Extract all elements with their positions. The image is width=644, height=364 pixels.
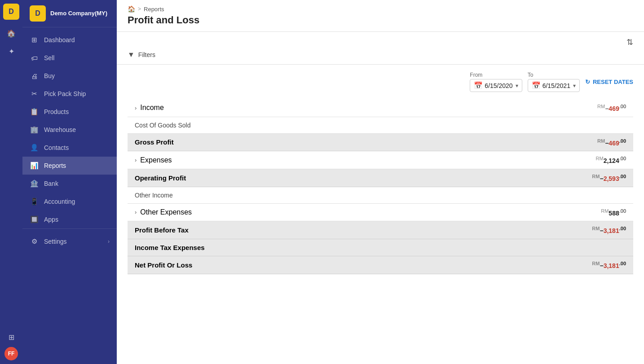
main-content: 🏠 > Reports Profit and Loss ⇅ ▼ Filters …	[117, 0, 644, 364]
income-label: Income	[140, 104, 163, 112]
buy-icon: 🖨	[30, 71, 39, 80]
other-expenses-row[interactable]: › Other Expenses RM588.00	[128, 204, 633, 222]
company-header[interactable]: D Demo Company(MY)	[22, 0, 117, 27]
reports-icon: 📊	[30, 161, 39, 170]
grid-icon[interactable]: ⊞	[3, 329, 19, 345]
user-avatar[interactable]: FF	[4, 347, 18, 360]
filter-icon: ▼	[128, 51, 135, 59]
expenses-expand-icon: ›	[135, 157, 137, 163]
bank-icon: 🏦	[30, 179, 39, 188]
apps-icon: 🔲	[30, 215, 39, 224]
gross-profit-cents: .00	[619, 138, 626, 144]
person-icon[interactable]: ✦	[3, 43, 19, 59]
settings-icon: ⚙	[30, 237, 39, 246]
sidebar-item-reports[interactable]: 📊 Reports	[22, 157, 117, 175]
expenses-row[interactable]: › Expenses RM2,124.00	[128, 151, 633, 169]
sidebar-label-settings: Settings	[44, 238, 67, 245]
sidebar-item-warehouse[interactable]: 🏢 Warehouse	[22, 121, 117, 139]
cogs-label-wrap: Cost Of Goods Sold	[135, 122, 626, 129]
sidebar-item-sell[interactable]: 🏷 Sell	[22, 49, 117, 67]
expenses-amount: 2,124	[604, 157, 619, 164]
income-tax-row: Income Tax Expenses	[128, 239, 633, 256]
sidebar-item-dashboard[interactable]: ⊞ Dashboard	[22, 31, 117, 49]
to-date-label: To	[528, 72, 580, 78]
cogs-row: Cost Of Goods Sold	[128, 117, 633, 134]
from-date-value: 6/15/2020	[485, 82, 512, 89]
income-row[interactable]: › Income RM−469.00	[128, 99, 633, 117]
operating-profit-label-wrap: Operating Profit	[135, 174, 592, 182]
reset-dates-button[interactable]: ↻ RESET DATES	[585, 79, 633, 85]
expenses-label: Expenses	[140, 156, 172, 164]
to-date-picker[interactable]: 📅 6/15/2021 ▾	[528, 79, 580, 92]
sidebar-item-products[interactable]: 📋 Products	[22, 103, 117, 121]
sidebar-label-warehouse: Warehouse	[44, 126, 76, 133]
from-date-chevron-icon: ▾	[516, 83, 518, 89]
income-cents: .00	[619, 104, 626, 109]
sort-icon[interactable]: ⇅	[626, 37, 633, 47]
other-expenses-currency: RM	[601, 208, 609, 214]
contacts-icon: 👤	[30, 143, 39, 152]
filters-label[interactable]: Filters	[138, 51, 155, 58]
operating-profit-amount: 2,593	[604, 175, 619, 182]
sidebar-item-accounting[interactable]: 📱 Accounting	[22, 193, 117, 211]
breadcrumb-parent[interactable]: Reports	[144, 6, 164, 13]
profit-before-tax-label: Profit Before Tax	[135, 226, 189, 234]
other-income-label: Other Income	[135, 192, 173, 199]
operating-profit-sign: −	[600, 175, 603, 182]
sidebar-label-contacts: Contacts	[44, 144, 69, 151]
income-currency: RM	[597, 104, 605, 109]
net-profit-cents: .00	[619, 261, 626, 266]
expenses-label-wrap: › Expenses	[135, 156, 596, 164]
sidebar-label-products: Products	[44, 108, 69, 115]
to-calendar-icon: 📅	[532, 81, 541, 90]
profit-before-tax-row: Profit Before Tax RM−3,181.00	[128, 221, 633, 239]
sidebar-item-apps[interactable]: 🔲 Apps	[22, 211, 117, 228]
sidebar-label-apps: Apps	[44, 216, 58, 223]
to-date-wrapper: To 📅 6/15/2021 ▾	[528, 72, 580, 92]
app-logo[interactable]: D	[3, 4, 19, 20]
products-icon: 📋	[30, 107, 39, 116]
sidebar-item-bank[interactable]: 🏦 Bank	[22, 175, 117, 193]
gross-profit-currency: RM	[597, 138, 605, 144]
income-value: RM−469.00	[597, 104, 626, 112]
sidebar-item-settings[interactable]: ⚙ Settings ›	[22, 232, 117, 250]
from-date-picker[interactable]: 📅 6/15/2020 ▾	[470, 79, 522, 92]
profit-before-tax-currency: RM	[592, 226, 600, 231]
gross-profit-label: Gross Profit	[135, 138, 174, 146]
other-expenses-label: Other Expenses	[140, 208, 192, 216]
operating-profit-currency: RM	[592, 174, 600, 179]
pick-pack-ship-icon: ✂	[30, 89, 39, 98]
sidebar-item-pick-pack-ship[interactable]: ✂ Pick Pack Ship	[22, 85, 117, 103]
sidebar-label-buy: Buy	[44, 72, 55, 79]
net-profit-label: Net Profit Or Loss	[135, 261, 192, 269]
warehouse-icon: 🏢	[30, 125, 39, 134]
dashboard-icon: ⊞	[30, 35, 39, 44]
income-tax-label-wrap: Income Tax Expenses	[135, 244, 626, 251]
other-expenses-expand-icon: ›	[135, 209, 137, 215]
gross-profit-value: RM−469.00	[597, 138, 626, 147]
net-profit-amount: 3,181	[604, 262, 619, 269]
income-label-wrap: › Income	[135, 104, 597, 112]
from-date-wrapper: From 📅 6/15/2020 ▾	[470, 72, 522, 92]
page-header: 🏠 > Reports Profit and Loss	[117, 0, 644, 32]
sidebar-bottom: ⚙ Settings ›	[22, 228, 117, 254]
sidebar-nav: ⊞ Dashboard 🏷 Sell 🖨 Buy ✂ Pick Pack Shi…	[22, 27, 117, 364]
filters-bar: ▼ Filters	[117, 47, 644, 65]
reset-dates-label: RESET DATES	[593, 79, 633, 85]
other-expenses-cents: .00	[619, 208, 626, 214]
company-icon: D	[30, 5, 46, 22]
sidebar-item-contacts[interactable]: 👤 Contacts	[22, 139, 117, 157]
other-expenses-amount: 588	[609, 209, 619, 216]
company-name: Demo Company(MY)	[50, 10, 107, 18]
sidebar-label-reports: Reports	[44, 162, 66, 169]
gross-profit-row: Gross Profit RM−469.00	[128, 134, 633, 152]
sidebar-label-sell: Sell	[44, 54, 54, 61]
home-breadcrumb-icon[interactable]: 🏠	[128, 5, 135, 13]
main-body: ⇅ ▼ Filters From 📅 6/15/2020 ▾ To 📅 6/15…	[117, 32, 644, 364]
operating-profit-label: Operating Profit	[135, 174, 186, 182]
home-icon[interactable]: 🏠	[3, 25, 19, 41]
to-date-value: 6/15/2021	[543, 82, 570, 89]
gross-profit-amount: 469	[609, 139, 619, 146]
breadcrumb: 🏠 > Reports	[128, 5, 633, 13]
sidebar-item-buy[interactable]: 🖨 Buy	[22, 67, 117, 85]
